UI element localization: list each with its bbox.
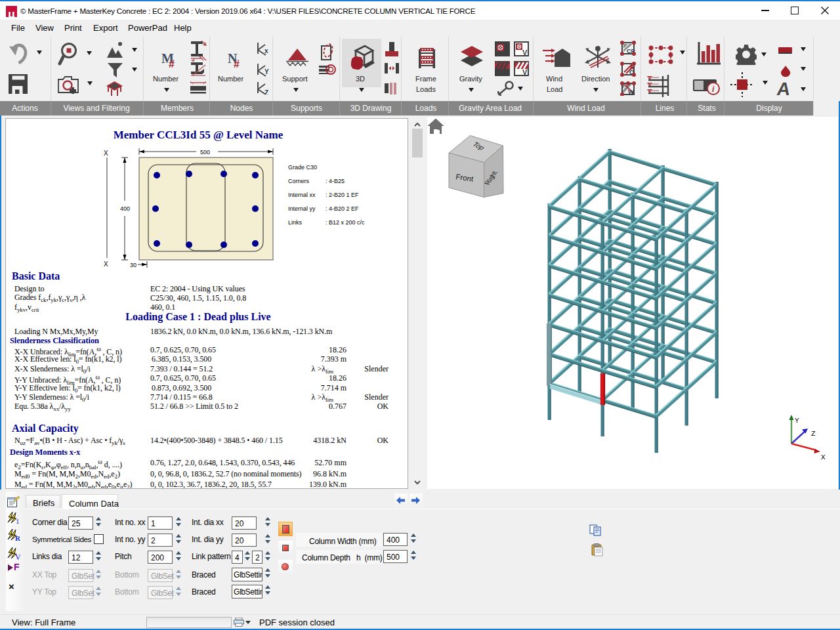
svg-text:Internal xx: Internal xx	[288, 192, 316, 198]
svg-text:: B12 x 200 c/c: : B12 x 200 c/c	[326, 219, 365, 226]
svg-text:Z: Z	[264, 89, 268, 94]
svg-text:Y: Y	[264, 68, 269, 75]
svg-text:Corners: Corners	[288, 178, 310, 184]
svg-text:500: 500	[200, 149, 210, 156]
svg-text:R: R	[15, 534, 20, 542]
svg-text:Links: Links	[288, 219, 303, 226]
svg-text:W: W	[628, 88, 634, 95]
svg-text:X: X	[821, 453, 826, 461]
svg-text:X: X	[104, 261, 108, 268]
svg-text:30: 30	[130, 262, 136, 268]
svg-text:: 4-B20 2 EF: : 4-B20 2 EF	[326, 205, 359, 212]
svg-text:1: 1	[16, 517, 20, 525]
svg-text:: 4-B25: : 4-B25	[326, 178, 345, 184]
svg-text:V: V	[522, 49, 528, 56]
svg-text:V: V	[15, 553, 20, 560]
svg-text:V: V	[522, 68, 528, 76]
svg-text:Grade C30: Grade C30	[288, 164, 317, 171]
svg-text:400: 400	[120, 205, 130, 212]
svg-text:X: X	[104, 150, 108, 157]
svg-text:x: x	[264, 47, 268, 54]
svg-text:Y: Y	[795, 417, 799, 425]
svg-text:Internal yy: Internal yy	[288, 205, 316, 212]
svg-text:Z: Z	[811, 430, 816, 438]
svg-text:: 2-B20 1 EF: : 2-B20 1 EF	[326, 192, 359, 198]
